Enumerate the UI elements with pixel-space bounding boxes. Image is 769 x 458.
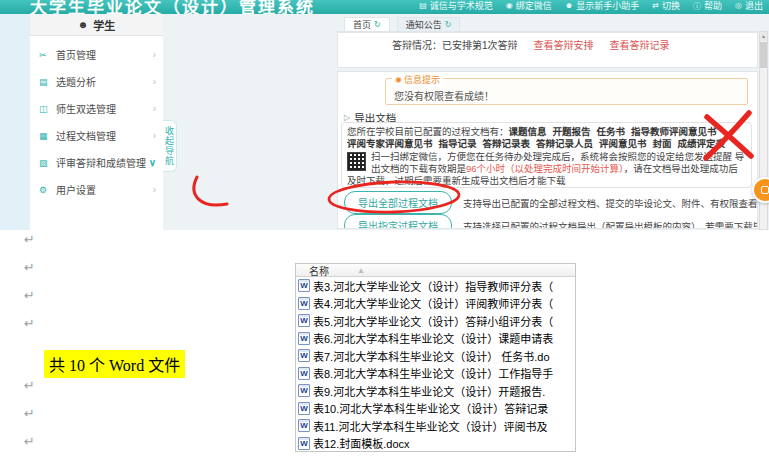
file-row[interactable]: W 表7.河北大学本科生毕业论文（设计） 任务书.do	[296, 347, 575, 365]
paragraph-mark: ↵	[24, 434, 35, 449]
scrollbar-thumb[interactable]	[760, 42, 767, 68]
export-all-button[interactable]: 导出全部过程文档	[344, 191, 452, 214]
configured-doc-name: 答辩记录表	[483, 138, 531, 149]
tab-bar: 首页 ↻ 通知公告 ↻	[337, 17, 758, 32]
top-menu: ▤ 诚信与学术规范 ◉ 绑定微信 ☻ 显示新手小助手 ⇄ 切换	[419, 0, 763, 14]
sidebar-item[interactable]: ▨ 评审答辩和成绩管理 ∨	[30, 149, 163, 176]
word-file-icon: W	[298, 402, 310, 415]
top-menu-item[interactable]: ⇄ 切换	[652, 0, 680, 12]
scissors-icon: ✂	[39, 50, 53, 60]
triangle-icon[interactable]: ▷	[344, 113, 350, 122]
file-row[interactable]: W 表6.河北大学本科生毕业论文（设计）课题申请表	[296, 330, 575, 348]
sidebar-item-label: 师生双选管理	[56, 101, 153, 116]
refresh-icon[interactable]: ↻	[445, 20, 452, 29]
floating-action-icon	[761, 186, 769, 194]
top-menu-label: 帮助	[704, 0, 722, 12]
top-menu-label: 诚信与学术规范	[430, 0, 493, 12]
sidebar-item[interactable]: ◫ 师生双选管理 ›	[30, 95, 163, 122]
tab[interactable]: 通知公告 ↻	[397, 17, 461, 31]
sidebar-role-header: ☻ 学生	[30, 14, 163, 36]
sidebar-item-label: 评审答辩和成绩管理	[56, 155, 149, 170]
top-menu-label: 绑定微信	[516, 0, 552, 12]
file-row[interactable]: W 表9.河北大学本科生毕业论文（设计）开题报告.	[296, 382, 575, 400]
paragraph-mark: ↵	[24, 260, 35, 275]
configured-doc-name: 评阅意见书	[599, 138, 647, 149]
export-all-desc: 支持导出已配置的全部过程文档、提交的毕设论文、附件、有权限查看的检测报告单	[463, 196, 758, 210]
sidebar-item-label: 首页管理	[56, 47, 153, 62]
sidebar-item[interactable]: ▤ 选题分析 ›	[30, 68, 163, 95]
sidebar-item[interactable]: ✂ 首页管理 ›	[30, 41, 163, 68]
top-menu-item[interactable]: ◎ 退出	[735, 0, 763, 12]
top-menu-item[interactable]: ◉ 绑定微信	[506, 0, 552, 12]
word-file-icon: W	[298, 279, 310, 292]
file-name: 表9.河北大学本科生毕业论文（设计）开题报告.	[313, 383, 545, 399]
paragraph-mark: ↵	[24, 316, 35, 331]
word-file-icon: W	[298, 419, 310, 432]
notice-message: 您没有权限查看成绩！	[394, 88, 494, 103]
config-prefix: 您所在学校目前已配置的过程文档有：	[347, 126, 509, 137]
configured-doc-name: 任务书	[597, 126, 626, 137]
sidebar-menu: ✂ 首页管理 › ▤ 选题分析 › ◫ 师生双选管理 ›	[30, 36, 163, 203]
refresh-icon[interactable]: ↻	[374, 20, 381, 29]
process-doc-icon: ▦	[39, 131, 53, 141]
collapse-nav-tab[interactable]: 收起导航	[163, 120, 177, 172]
configured-doc-name: 开题报告	[553, 126, 591, 137]
chevron-icon: ›	[153, 103, 156, 114]
file-row[interactable]: W 表10.河北大学本科生毕业论文（设计）答辩记录	[296, 400, 575, 418]
file-row[interactable]: W 表3.河北大学毕业论文（设计）指导教师评分表（	[296, 277, 575, 295]
switch-icon: ⇄	[652, 1, 659, 10]
file-name: 表8.河北大学本科生毕业论文（设计）工作指导手	[313, 365, 553, 381]
app-window: 大学生毕业论文（设计）管理系统 ▤ 诚信与学术规范 ◉ 绑定微信 ☻ 显示新手小…	[0, 0, 769, 458]
export-panel: ◉ 信息提示 您没有权限查看成绩！ ▷ 导出文档 您所在学校目前已配置的过程文档…	[337, 71, 758, 229]
sidebar-item[interactable]: ▦ 过程文档管理 ›	[30, 122, 163, 149]
file-row[interactable]: W 表11.河北大学本科生毕业论文（设计）评阅书及	[296, 417, 575, 435]
sidebar-item[interactable]: ⚙ 用户设置 ›	[30, 176, 163, 203]
top-menu-label: 切换	[662, 0, 680, 12]
defense-link[interactable]: 查看答辩安排	[534, 37, 594, 52]
defense-status-text: 答辩情况：已安排第1次答辩	[392, 37, 518, 52]
warning-icon: ◉	[395, 75, 402, 84]
word-file-icon: W	[298, 437, 310, 450]
file-row[interactable]: W 表12.封面模板.docx	[296, 435, 575, 453]
notice-title: 信息提示	[404, 73, 440, 86]
word-file-icon: W	[298, 367, 310, 380]
user-settings-icon: ⚙	[39, 185, 53, 195]
analysis-icon: ▤	[39, 77, 53, 87]
top-menu-item[interactable]: ▤ 诚信与学术规范	[419, 0, 493, 12]
word-file-icon: W	[298, 314, 310, 327]
configured-doc-name: 成绩评定表	[678, 138, 726, 149]
word-file-icon: W	[298, 384, 310, 397]
wechat-icon: ◉	[506, 1, 513, 10]
configured-doc-name: 封面	[653, 138, 672, 149]
top-menu-item[interactable]: ⓘ 帮助	[693, 0, 722, 12]
dual-select-icon: ◫	[39, 104, 53, 114]
file-name: 表10.河北大学本科生毕业论文（设计）答辩记录	[313, 400, 548, 416]
top-menu-item[interactable]: ☻ 显示新手小助手	[565, 0, 639, 12]
defense-link[interactable]: 查看答辩记录	[610, 37, 670, 52]
file-row[interactable]: W 表8.河北大学本科生毕业论文（设计）工作指导手	[296, 365, 575, 383]
file-name: 表5.河北大学毕业论文（设计）答辩小组评分表（	[313, 313, 553, 329]
scroll-up-arrow[interactable]: ▲	[760, 32, 767, 41]
export-selected-button[interactable]: 导出指定过程文档	[344, 214, 452, 229]
role-label: 学生	[93, 17, 115, 33]
file-name: 表4.河北大学毕业论文（设计）评阅教师评分表（	[313, 295, 553, 311]
defense-status-panel: 答辩情况：已安排第1次答辩 查看答辩安排 查看答辩记录	[337, 32, 758, 68]
sidebar-item-label: 选题分析	[56, 74, 153, 89]
top-menu-label: 显示新手小助手	[576, 0, 639, 12]
file-name: 表7.河北大学本科生毕业论文（设计） 任务书.do	[313, 348, 550, 364]
file-row[interactable]: W 表5.河北大学毕业论文（设计）答辩小组评分表（	[296, 312, 575, 330]
info-notice-box: ◉ 信息提示 您没有权限查看成绩！	[385, 78, 748, 105]
logout-icon: ◎	[735, 1, 742, 10]
word-file-icon: W	[298, 349, 310, 362]
sort-asc-icon: ▲	[357, 266, 365, 275]
tab-label: 首页	[353, 18, 371, 31]
word-file-icon: W	[298, 297, 310, 310]
file-row[interactable]: W 表4.河北大学毕业论文（设计）评阅教师评分表（	[296, 295, 575, 313]
tab[interactable]: 首页 ↻	[344, 17, 390, 31]
help-icon: ⓘ	[693, 0, 701, 11]
file-name: 表3.河北大学毕业论文（设计）指导教师评分表（	[313, 278, 553, 294]
qr-tip-text: 扫一扫绑定微信，方便您在任务待办处理完成后，系统将会按照您的设定给您发送提醒	[371, 151, 732, 162]
paragraph-mark: ↵	[24, 378, 35, 393]
file-list-header[interactable]: 名称 ▲	[296, 264, 575, 277]
app-title: 大学生毕业论文（设计）管理系统	[30, 0, 315, 14]
